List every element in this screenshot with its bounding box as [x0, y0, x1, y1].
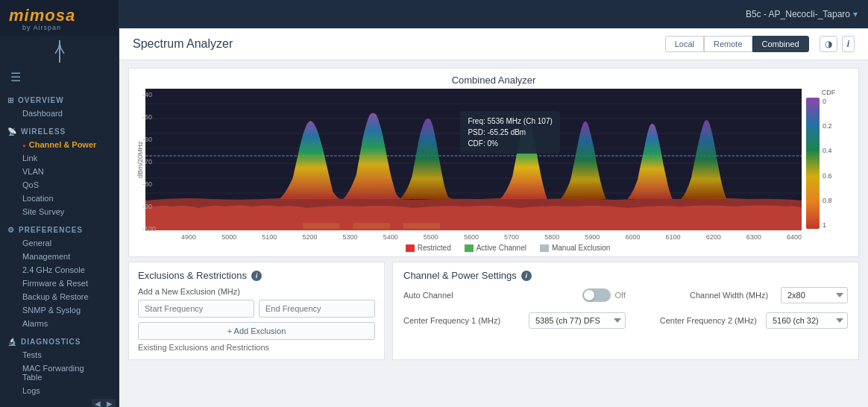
- end-frequency-input[interactable]: [259, 300, 375, 318]
- legend-manual-exclusion: Manual Exclusion: [540, 244, 610, 252]
- channel-power-info-icon[interactable]: i: [521, 271, 532, 281]
- topbar: B5c - AP_Necocli-_Taparo ▾: [119, 0, 868, 28]
- cp-row-2: Center Frequency 1 (MHz) 5385 (ch 77) DF…: [403, 312, 848, 329]
- sidebar-item-alarms[interactable]: Alarms: [7, 317, 111, 330]
- sidebar-item-vlan[interactable]: VLAN: [7, 165, 111, 178]
- center-freq2-field: Center Frequency 2 (MHz) 5160 (ch 32): [626, 312, 848, 329]
- center-freq2-label: Center Frequency 2 (MHz): [660, 316, 757, 325]
- legend-active-channel: Active Channel: [465, 244, 526, 252]
- scroll-controls: ◀ ▶: [0, 399, 119, 407]
- center-freq2-select[interactable]: 5160 (ch 32): [766, 312, 848, 329]
- sidebar-section-overview: ⊞ OVERVIEW Dashboard: [0, 90, 119, 122]
- view-buttons: Local Remote Combined: [665, 36, 809, 52]
- sidebar-item-qos[interactable]: QoS: [7, 178, 111, 192]
- exclusions-title: Exclusions & Restrictions i: [138, 270, 262, 281]
- sidebar-section-wireless: 📡 WIRELESS Channel & Power Link VLAN QoS…: [0, 122, 119, 220]
- exclusions-section: Exclusions & Restrictions i Add a New Ex…: [128, 262, 385, 360]
- start-frequency-input[interactable]: [138, 300, 254, 318]
- sidebar-section-preferences: ⚙ PREFERENCES General Management 2.4 GHz…: [0, 220, 119, 332]
- sidebar-item-channel-power[interactable]: Channel & Power: [7, 138, 111, 151]
- contrast-icon[interactable]: ◑: [820, 36, 837, 52]
- exclusions-info-icon[interactable]: i: [251, 271, 262, 281]
- logo-area: mimosa by Airspan: [0, 0, 119, 36]
- spectrum-chart-section: Combined Analyzer dBm/20MHz: [128, 68, 859, 257]
- sliders-icon: ⚙: [7, 226, 15, 234]
- sidebar-title-diagnostics: 🔬 DIAGNOSTICS: [7, 335, 111, 348]
- tooltip-freq: Freq: 5536 MHz (Ch 107): [468, 116, 552, 127]
- exclusions-header: Exclusions & Restrictions i: [138, 270, 375, 281]
- cdf-gradient: [806, 98, 820, 229]
- sidebar-item-location[interactable]: Location: [7, 192, 111, 205]
- hamburger-menu[interactable]: ☰: [0, 64, 119, 90]
- page-title: Spectrum Analyzer: [133, 37, 233, 51]
- legend-manual-label: Manual Exclusion: [552, 244, 610, 252]
- legend-manual-dot: [540, 244, 549, 252]
- channel-power-section: Channel & Power Settings i Auto Channel …: [392, 262, 859, 360]
- toggle-thumb: [584, 290, 594, 300]
- scroll-right-btn[interactable]: ▶: [104, 399, 116, 407]
- sidebar-item-management[interactable]: Management: [7, 250, 111, 263]
- legend-active-dot: [465, 244, 474, 252]
- stethoscope-icon: 🔬: [7, 338, 17, 346]
- grid-icon: ⊞: [7, 96, 14, 104]
- sidebar-item-site-survey[interactable]: Site Survey: [7, 205, 111, 218]
- local-btn[interactable]: Local: [665, 36, 704, 52]
- tooltip-cdf: CDF: 0%: [468, 138, 552, 149]
- channel-power-title: Channel & Power Settings i: [403, 270, 532, 281]
- spectrum-svg: [145, 89, 802, 230]
- sidebar-item-dashboard[interactable]: Dashboard: [7, 107, 111, 120]
- wifi-icon: 📡: [7, 127, 17, 136]
- toggle-track[interactable]: [582, 288, 611, 302]
- existing-exclusions-label: Existing Exclusions and Restrictions: [138, 343, 375, 352]
- sidebar-section-diagnostics: 🔬 DIAGNOSTICS Tests MAC Forwarding Table…: [0, 332, 119, 399]
- sidebar-item-logs[interactable]: Logs: [7, 384, 111, 397]
- channel-width-label: Channel Width (MHz): [690, 291, 772, 300]
- chart-tooltip: Freq: 5536 MHz (Ch 107) PSD: -65.25 dBm …: [460, 111, 559, 154]
- add-exclusion-button[interactable]: + Add Exclusion: [138, 322, 375, 340]
- sidebar-item-mac-table[interactable]: MAC Forwarding Table: [7, 362, 111, 384]
- legend-restricted-dot: [406, 244, 415, 252]
- combined-btn[interactable]: Combined: [752, 36, 809, 52]
- logo-mimosa: mimosa: [9, 6, 110, 25]
- channel-width-field: Channel Width (MHz) 2x80: [626, 287, 848, 303]
- center-freq1-label: Center Frequency 1 (MHz): [403, 316, 500, 325]
- exclusion-inputs: [138, 300, 375, 318]
- cdf-area: CDF 00.20.40.60.81: [806, 89, 851, 230]
- legend-restricted-label: Restricted: [418, 244, 451, 252]
- header-icons: ◑ i: [820, 36, 855, 52]
- channel-power-header: Channel & Power Settings i: [403, 270, 848, 281]
- sidebar-item-tests[interactable]: Tests: [7, 348, 111, 362]
- center-freq1-select[interactable]: 5385 (ch 77) DFS: [529, 312, 626, 329]
- add-exclusion-label: Add a New Exclusion (MHz): [138, 287, 375, 296]
- x-axis-ticks: 4900500051005200530054005500560057005800…: [136, 232, 851, 241]
- device-dropdown-arrow[interactable]: ▾: [853, 9, 858, 19]
- sidebar: mimosa by Airspan ☰ ⊞ OVERVIEW Dashboard…: [0, 0, 119, 407]
- scroll-left-btn[interactable]: ◀: [92, 399, 104, 407]
- channel-width-select[interactable]: 2x80: [781, 287, 848, 303]
- sidebar-title-preferences: ⚙ PREFERENCES: [7, 224, 111, 236]
- auto-channel-toggle[interactable]: Off: [582, 288, 626, 302]
- sidebar-title-wireless: 📡 WIRELESS: [7, 125, 111, 138]
- bottom-row: Exclusions & Restrictions i Add a New Ex…: [128, 262, 859, 360]
- info-icon-header[interactable]: i: [842, 36, 855, 52]
- sidebar-item-snmp[interactable]: SNMP & Syslog: [7, 303, 111, 317]
- cdf-title: CDF: [806, 89, 851, 96]
- sidebar-item-general[interactable]: General: [7, 236, 111, 250]
- main-content: B5c - AP_Necocli-_Taparo ▾ Spectrum Anal…: [119, 0, 868, 407]
- legend-restricted: Restricted: [406, 244, 451, 252]
- sidebar-item-link[interactable]: Link: [7, 151, 111, 165]
- tooltip-psd: PSD: -65.25 dBm: [468, 127, 552, 138]
- auto-channel-field: Auto Channel Off: [403, 288, 626, 302]
- sidebar-item-backup[interactable]: Backup & Restore: [7, 290, 111, 303]
- cp-row-1: Auto Channel Off Channel Width (MHz) 2x8…: [403, 287, 848, 303]
- sidebar-item-24ghz[interactable]: 2.4 GHz Console: [7, 263, 111, 277]
- center-freq1-field: Center Frequency 1 (MHz) 5385 (ch 77) DF…: [403, 312, 626, 329]
- y-axis-ticks: -40-50-60-70-80-90-100: [142, 91, 156, 233]
- cdf-ticks: 00.20.40.60.81: [823, 98, 832, 229]
- sidebar-title-overview: ⊞ OVERVIEW: [7, 94, 111, 107]
- antenna-icon-area: [0, 36, 119, 64]
- remote-btn[interactable]: Remote: [704, 36, 752, 52]
- sidebar-item-firmware[interactable]: Firmware & Reset: [7, 277, 111, 290]
- chart-title: Combined Analyzer: [136, 75, 851, 86]
- chart-legend: Restricted Active Channel Manual Exclusi…: [136, 244, 851, 252]
